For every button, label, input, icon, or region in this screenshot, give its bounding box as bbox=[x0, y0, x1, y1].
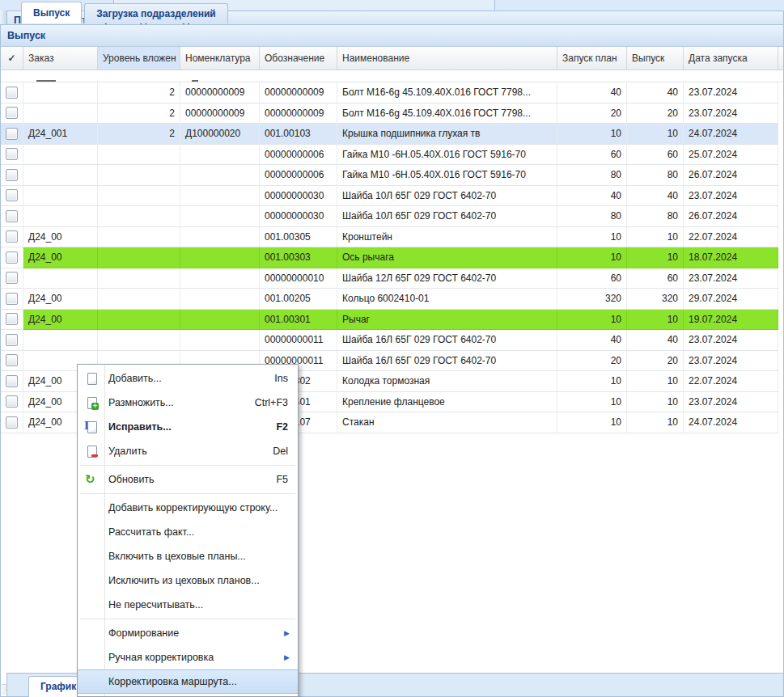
checkbox-cell[interactable] bbox=[1, 330, 23, 351]
checkbox-cell[interactable] bbox=[1, 247, 23, 268]
row-checkbox[interactable] bbox=[6, 354, 18, 366]
row-checkbox[interactable] bbox=[6, 334, 18, 346]
select-all-header[interactable]: ✓ bbox=[1, 47, 23, 70]
column-header-label: Запуск план bbox=[562, 53, 617, 64]
cell: 2 bbox=[98, 124, 180, 145]
cell: 40 bbox=[627, 330, 684, 351]
cell: 23.07.2024 bbox=[684, 392, 778, 413]
menu-formation[interactable]: Формирование▶ bbox=[78, 621, 298, 645]
cell: Болт М16-6g 45.109.40Х.016 ГОСТ 7798... bbox=[337, 103, 557, 125]
checkbox-cell[interactable] bbox=[1, 371, 23, 392]
row-checkbox[interactable] bbox=[6, 189, 18, 201]
cell: 320 bbox=[557, 289, 627, 310]
menu-calculate-fact[interactable]: Рассчитать факт... bbox=[78, 520, 298, 544]
cell bbox=[180, 145, 260, 166]
checkbox-cell[interactable] bbox=[1, 206, 23, 227]
checkbox-cell[interactable] bbox=[1, 412, 23, 433]
row-checkbox[interactable] bbox=[6, 313, 18, 325]
menu-exclude-from-shop-plans[interactable]: Исключить из цеховых планов... bbox=[78, 568, 298, 593]
menu-duplicate-label: Размножить... bbox=[105, 397, 255, 408]
column-header-4[interactable]: Обозначение bbox=[260, 47, 337, 70]
menu-delete-label: Удалить bbox=[105, 446, 273, 457]
table-row[interactable]: 00000000030Шайба 10Л 65Г 029 ГОСТ 6402-7… bbox=[1, 186, 783, 207]
column-header-3[interactable]: Номенклатура bbox=[180, 47, 260, 70]
cell: 24.07.2024 bbox=[684, 412, 778, 433]
table-row[interactable]: Д24_00001.00303Ось рычага101018.07.2024 bbox=[1, 247, 783, 268]
menu-edit-label: Исправить... bbox=[105, 421, 276, 433]
row-checkbox[interactable] bbox=[6, 128, 18, 140]
row-checkbox[interactable] bbox=[6, 272, 18, 284]
cell: Д24_001 bbox=[23, 124, 98, 145]
cell bbox=[98, 268, 180, 289]
cell: 10 bbox=[557, 124, 627, 145]
cell: 001.00103 bbox=[260, 124, 337, 145]
column-header-8[interactable]: Дата запуска bbox=[684, 47, 778, 70]
row-checkbox[interactable] bbox=[6, 251, 18, 264]
submenu-arrow-icon: ▶ bbox=[284, 653, 298, 661]
checkbox-cell[interactable] bbox=[1, 124, 23, 145]
checkbox-cell[interactable] bbox=[1, 82, 23, 103]
tab-strip: ВыпускЗагрузка подразделений bbox=[0, 0, 778, 24]
menu-route-correction[interactable]: Корректировка маршрута... bbox=[78, 670, 298, 694]
menu-separator bbox=[80, 465, 295, 466]
table-row[interactable]: 00000000011Шайба 16Л 65Г 029 ГОСТ 6402-7… bbox=[1, 330, 783, 351]
checkbox-cell[interactable] bbox=[1, 103, 23, 125]
tab-vypusk[interactable]: Выпуск bbox=[21, 2, 82, 23]
menu-refresh[interactable]: ОбновитьF5 bbox=[78, 467, 298, 492]
checkbox-cell[interactable] bbox=[1, 289, 23, 310]
menu-add[interactable]: Добавить...Ins bbox=[78, 366, 298, 391]
cell: Д100000020 bbox=[180, 124, 260, 145]
row-checkbox[interactable] bbox=[6, 210, 18, 222]
table-row[interactable]: 00000000006Гайка М10 -6Н.05.40Х.016 ГОСТ… bbox=[1, 145, 783, 166]
menu-edit[interactable]: Исправить...F2 bbox=[78, 415, 298, 439]
table-row[interactable]: 00000000030Шайба 10Л 65Г 029 ГОСТ 6402-7… bbox=[1, 206, 783, 227]
checkbox-cell[interactable] bbox=[1, 227, 23, 248]
checkbox-cell[interactable] bbox=[1, 145, 23, 166]
row-checkbox[interactable] bbox=[6, 395, 18, 408]
cell bbox=[180, 206, 260, 227]
cell bbox=[180, 247, 260, 268]
checkbox-cell[interactable] bbox=[1, 268, 23, 289]
checkbox-cell[interactable] bbox=[1, 186, 23, 207]
menu-refresh-shortcut: F5 bbox=[276, 474, 298, 485]
table-row[interactable]: 20000000000900000000009Болт М16-6g 45.10… bbox=[1, 82, 783, 103]
cell: 10 bbox=[557, 392, 627, 413]
column-header-7[interactable]: Выпуск bbox=[627, 47, 684, 70]
row-checkbox[interactable] bbox=[6, 293, 18, 305]
column-header-5[interactable]: Наименование bbox=[337, 47, 557, 70]
row-checkbox[interactable] bbox=[6, 107, 18, 119]
cell: 20 bbox=[627, 103, 684, 125]
partial-scrolled-row[interactable] bbox=[1, 70, 783, 82]
table-row[interactable]: Д24_00001.00305Кронштейн101022.07.2024 bbox=[1, 227, 783, 248]
row-checkbox[interactable] bbox=[6, 169, 18, 181]
table-row[interactable]: Д24_00001.00301Рычаг101019.07.2024 bbox=[1, 310, 783, 331]
column-header-2[interactable]: Уровень вложен bbox=[98, 47, 180, 70]
column-header-6[interactable]: Запуск план bbox=[557, 47, 627, 70]
row-checkbox[interactable] bbox=[6, 416, 18, 429]
row-checkbox[interactable] bbox=[6, 148, 18, 160]
row-checkbox[interactable] bbox=[6, 87, 18, 99]
table-row[interactable]: Д24_0012Д100000020001.00103Крышка подшип… bbox=[1, 124, 783, 145]
menu-add-correcting-row[interactable]: Добавить корректирующую строку... bbox=[78, 496, 298, 520]
checkbox-cell[interactable] bbox=[1, 351, 23, 372]
column-header-1[interactable]: Заказ bbox=[23, 47, 98, 70]
checkbox-cell[interactable] bbox=[1, 392, 23, 413]
cell: 320 bbox=[627, 289, 684, 310]
checkbox-cell[interactable] bbox=[1, 165, 23, 186]
menu-manual-correction[interactable]: Ручная корректировка▶ bbox=[78, 645, 298, 670]
menu-do-not-recalculate[interactable]: Не пересчитывать... bbox=[78, 593, 298, 617]
table-row[interactable]: Д24_00001.00205Кольцо 6002410-0132032029… bbox=[1, 289, 783, 310]
menu-include-in-shop-plans[interactable]: Включить в цеховые планы... bbox=[78, 544, 298, 568]
menu-duplicate[interactable]: Размножить...Ctrl+F3 bbox=[78, 391, 298, 415]
table-row[interactable]: 20000000000900000000009Болт М16-6g 45.10… bbox=[1, 103, 783, 125]
menu-delete[interactable]: УдалитьDel bbox=[78, 439, 298, 463]
row-checkbox[interactable] bbox=[6, 230, 18, 243]
tab-zagruzka[interactable]: Загрузка подразделений bbox=[84, 3, 227, 23]
table-row[interactable]: 00000000006Гайка М10 -6Н.05.40Х.016 ГОСТ… bbox=[1, 165, 783, 186]
cell bbox=[180, 330, 260, 351]
vypusk-panel-title: Выпуск bbox=[7, 30, 45, 41]
table-row[interactable]: 00000000010Шайба 12Л 65Г 029 ГОСТ 6402-7… bbox=[1, 268, 783, 289]
cell: Ось рычага bbox=[337, 247, 557, 268]
checkbox-cell[interactable] bbox=[1, 310, 23, 331]
row-checkbox[interactable] bbox=[6, 375, 18, 387]
